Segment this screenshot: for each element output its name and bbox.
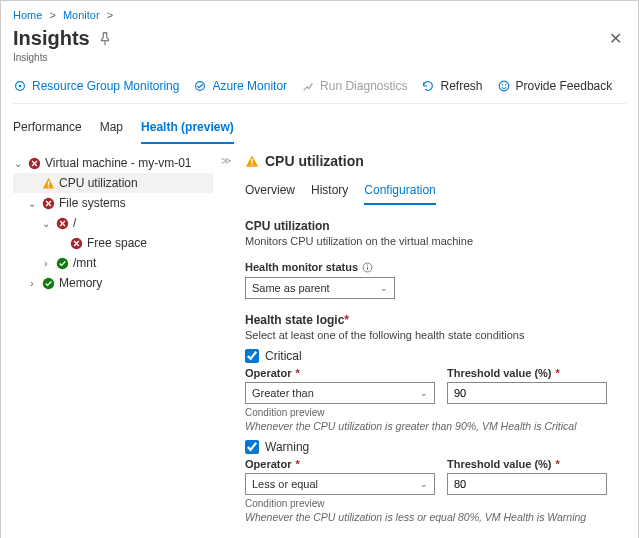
chevron-down-icon: ⌄ bbox=[380, 283, 388, 293]
chevron-right-icon: › bbox=[27, 278, 37, 289]
toolbar-refresh[interactable]: Refresh bbox=[421, 79, 482, 93]
critical-icon bbox=[69, 236, 83, 250]
warning-label: Warning bbox=[265, 440, 309, 454]
chevron-right-icon: › bbox=[41, 258, 51, 269]
tree-filesystems[interactable]: ⌄ File systems bbox=[13, 193, 213, 213]
detail-tab-overview[interactable]: Overview bbox=[245, 179, 295, 205]
critical-label: Critical bbox=[265, 349, 302, 363]
toolbar-azure-monitor[interactable]: Azure Monitor bbox=[193, 79, 287, 93]
tab-health[interactable]: Health (preview) bbox=[141, 114, 234, 144]
svg-rect-8 bbox=[47, 185, 48, 186]
tab-map[interactable]: Map bbox=[100, 114, 123, 144]
feedback-icon bbox=[497, 79, 511, 93]
toolbar-run-diagnostics: Run Diagnostics bbox=[301, 79, 407, 93]
svg-rect-14 bbox=[251, 158, 252, 162]
health-tree: ⌄ Virtual machine - my-vm-01 CPU utiliza… bbox=[13, 153, 213, 538]
page-title: Insights bbox=[13, 27, 90, 50]
svg-point-2 bbox=[196, 82, 205, 91]
warning-threshold-label: Threshold value (%) * bbox=[447, 458, 607, 470]
chevron-down-icon: ⌄ bbox=[420, 388, 428, 398]
warning-checkbox[interactable] bbox=[245, 440, 259, 454]
target-icon bbox=[13, 79, 27, 93]
detail-heading: CPU utilization bbox=[265, 153, 364, 169]
monitor-status-label: Health monitor status bbox=[245, 261, 626, 273]
toolbar-feedback[interactable]: Provide Feedback bbox=[497, 79, 613, 93]
critical-icon bbox=[41, 196, 55, 210]
section-title: CPU utilization bbox=[245, 219, 626, 233]
chevron-down-icon: ⌄ bbox=[420, 479, 428, 489]
chevron-down-icon: ⌄ bbox=[27, 198, 37, 209]
tree-root[interactable]: ⌄ / bbox=[13, 213, 213, 233]
breadcrumb-monitor[interactable]: Monitor bbox=[63, 9, 100, 21]
diagnostics-icon bbox=[301, 79, 315, 93]
critical-preview-label: Condition preview bbox=[245, 407, 626, 418]
refresh-icon bbox=[421, 79, 435, 93]
critical-checkbox[interactable] bbox=[245, 349, 259, 363]
page-subtitle: Insights bbox=[13, 52, 626, 63]
detail-tab-configuration[interactable]: Configuration bbox=[364, 179, 435, 205]
warning-icon bbox=[245, 154, 259, 168]
tree-vm[interactable]: ⌄ Virtual machine - my-vm-01 bbox=[13, 153, 213, 173]
close-icon[interactable]: ✕ bbox=[605, 25, 626, 52]
tree-mnt[interactable]: › /mnt bbox=[13, 253, 213, 273]
tree-freespace[interactable]: Free space bbox=[13, 233, 213, 253]
logic-title: Health state logic* bbox=[245, 313, 626, 327]
svg-rect-17 bbox=[367, 266, 368, 269]
pin-icon[interactable] bbox=[98, 32, 112, 46]
breadcrumb: Home > Monitor > bbox=[13, 9, 626, 21]
section-desc: Monitors CPU utilization on the virtual … bbox=[245, 235, 626, 247]
svg-point-3 bbox=[499, 81, 509, 91]
critical-icon bbox=[27, 156, 41, 170]
breadcrumb-home[interactable]: Home bbox=[13, 9, 42, 21]
svg-rect-7 bbox=[47, 181, 48, 185]
healthy-icon bbox=[55, 256, 69, 270]
warning-operator-select[interactable]: Less or equal ⌄ bbox=[245, 473, 435, 495]
info-icon[interactable] bbox=[362, 262, 373, 273]
monitor-status-select[interactable]: Same as parent ⌄ bbox=[245, 277, 395, 299]
tree-cpu[interactable]: CPU utilization bbox=[13, 173, 213, 193]
warning-operator-label: Operator * bbox=[245, 458, 435, 470]
logic-desc: Select at least one of the following hea… bbox=[245, 329, 626, 341]
healthy-icon bbox=[41, 276, 55, 290]
critical-icon bbox=[55, 216, 69, 230]
svg-rect-18 bbox=[367, 264, 368, 265]
tree-memory[interactable]: › Memory bbox=[13, 273, 213, 293]
svg-point-5 bbox=[505, 84, 506, 85]
toolbar-resource-group[interactable]: Resource Group Monitoring bbox=[13, 79, 179, 93]
warning-threshold-input[interactable] bbox=[447, 473, 607, 495]
chevron-down-icon: ⌄ bbox=[13, 158, 23, 169]
critical-operator-select[interactable]: Greater than ⌄ bbox=[245, 382, 435, 404]
monitor-icon bbox=[193, 79, 207, 93]
warning-preview-label: Condition preview bbox=[245, 498, 626, 509]
warning-preview-text: Whenever the CPU utilization is less or … bbox=[245, 511, 626, 523]
chevron-down-icon: ⌄ bbox=[41, 218, 51, 229]
critical-operator-label: Operator * bbox=[245, 367, 435, 379]
svg-point-4 bbox=[501, 84, 502, 85]
critical-threshold-input[interactable] bbox=[447, 382, 607, 404]
collapse-icon[interactable]: ≫ bbox=[221, 153, 231, 538]
critical-threshold-label: Threshold value (%) * bbox=[447, 367, 607, 379]
svg-rect-15 bbox=[251, 164, 252, 165]
warning-icon bbox=[41, 176, 55, 190]
detail-tab-history[interactable]: History bbox=[311, 179, 348, 205]
svg-point-1 bbox=[19, 85, 22, 88]
critical-preview-text: Whenever the CPU utilization is greater … bbox=[245, 420, 626, 432]
tab-performance[interactable]: Performance bbox=[13, 114, 82, 144]
